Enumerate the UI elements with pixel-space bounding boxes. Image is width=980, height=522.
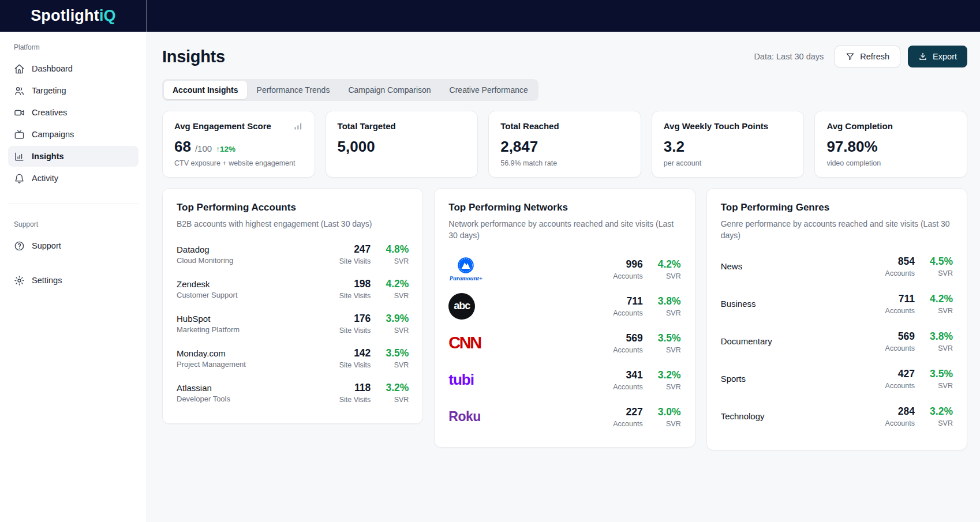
genre-row: News 854Accounts 4.5%SVR [721, 256, 953, 277]
account-name: Zendesk [177, 279, 238, 289]
site-visits-label: Site Visits [339, 361, 371, 369]
filter-funnel-icon [846, 52, 855, 61]
paramount-mountain-icon [457, 257, 474, 274]
account-row: HubSpotMarketing Platform 176Site Visits… [177, 313, 409, 335]
accounts-value: 569 [885, 331, 915, 343]
sidebar-item-label: Activity [32, 174, 58, 183]
genre-name: Technology [721, 411, 765, 421]
kpi-card-targeted: Total Targeted 5,000 [326, 111, 478, 178]
genre-row: Sports 427Accounts 3.5%SVR [721, 368, 953, 390]
accounts-value: 711 [885, 293, 915, 305]
kpi-subtitle: video completion [826, 159, 955, 167]
tab-performance-trends[interactable]: Performance Trends [248, 81, 339, 99]
svr-label: SVR [926, 269, 953, 277]
kpi-card-touchpoints: Avg Weekly Touch Points 3.2 per account [652, 111, 805, 178]
account-category: Project Management [177, 360, 246, 369]
account-name: Atlassian [177, 383, 230, 393]
main-content: Insights Data: Last 30 days Refresh Expo… [147, 32, 980, 522]
kpi-title: Avg Completion [826, 121, 892, 131]
svr-label: SVR [926, 382, 953, 390]
svr-label: SVR [654, 420, 681, 428]
sidebar-item-label: Support [32, 241, 61, 250]
svr-value: 3.2% [926, 405, 953, 418]
data-range-label: Data: Last 30 days [754, 52, 824, 61]
svr-value: 3.5% [382, 347, 409, 359]
site-visits-label: Site Visits [339, 326, 371, 335]
svr-value: 3.5% [654, 332, 681, 344]
kpi-subtitle: per account [664, 159, 792, 167]
sidebar-item-label: Settings [32, 276, 62, 285]
panel-title: Top Performing Genres [721, 202, 953, 213]
accounts-value: 427 [885, 368, 915, 380]
panel-subtitle: Genre performance by accounts reached an… [721, 218, 953, 242]
kpi-value: 68 [174, 139, 191, 154]
sidebar-section-platform: Platform [8, 43, 139, 51]
panel-title: Top Performing Accounts [177, 202, 409, 213]
account-category: Marketing Platform [177, 325, 240, 334]
sidebar-item-activity[interactable]: Activity [8, 168, 139, 189]
svr-label: SVR [654, 272, 681, 280]
sidebar-item-insights[interactable]: Insights [8, 146, 139, 167]
help-circle-icon [14, 241, 25, 251]
svr-value: 3.5% [926, 368, 953, 380]
sidebar-item-creatives[interactable]: Creatives [8, 102, 139, 123]
refresh-button[interactable]: Refresh [835, 46, 900, 67]
tab-campaign-comparison[interactable]: Campaign Comparison [339, 81, 439, 99]
accounts-value: 569 [613, 332, 642, 344]
page-title: Insights [162, 47, 225, 66]
svr-label: SVR [926, 307, 953, 315]
tab-account-insights[interactable]: Account Insights [164, 81, 247, 99]
kpi-delta: ↑12% [216, 145, 235, 153]
sidebar-item-targeting[interactable]: Targeting [8, 80, 139, 101]
svr-value: 4.2% [654, 258, 681, 271]
site-visits-label: Site Visits [339, 292, 371, 300]
panel-title: Top Performing Networks [448, 202, 680, 213]
genre-name: Business [721, 299, 756, 309]
site-visits-value: 176 [339, 313, 371, 325]
abc-logo: abc [448, 293, 475, 320]
cnn-logo: CNN [448, 333, 480, 352]
genre-name: News [721, 261, 743, 271]
kpi-value: 5,000 [338, 139, 375, 154]
kpi-denominator: /100 [195, 144, 212, 153]
tab-creative-performance[interactable]: Creative Performance [441, 81, 537, 99]
video-camera-icon [14, 107, 25, 118]
home-icon [14, 63, 25, 74]
kpi-title: Avg Weekly Touch Points [664, 121, 768, 131]
export-button[interactable]: Export [908, 46, 967, 67]
genre-row: Technology 284Accounts 3.2%SVR [721, 405, 953, 427]
genre-name: Documentary [721, 336, 772, 346]
svr-label: SVR [926, 344, 953, 352]
kpi-title: Avg Engagement Score [174, 121, 271, 131]
accounts-label: Accounts [885, 382, 915, 390]
kpi-subtitle: CTV exposure + website engagement [174, 159, 303, 167]
svr-label: SVR [382, 326, 409, 335]
sidebar-item-support[interactable]: Support [8, 235, 139, 256]
brand-wordmark: SpotlightiQ [31, 7, 116, 25]
svr-value: 4.2% [382, 278, 409, 290]
svr-label: SVR [382, 292, 409, 300]
brand-logo[interactable]: SpotlightiQ [0, 0, 147, 32]
sidebar-item-label: Insights [32, 152, 64, 161]
account-name: Monday.com [177, 348, 246, 358]
panel-top-accounts: Top Performing Accounts B2B accounts wit… [162, 188, 423, 424]
account-category: Developer Tools [177, 395, 230, 403]
brand-primary: Spotlight [31, 7, 99, 24]
kpi-value: 3.2 [664, 139, 684, 154]
account-row: AtlassianDeveloper Tools 118Site Visits … [177, 382, 409, 404]
sidebar-item-settings[interactable]: Settings [8, 270, 139, 291]
svr-label: SVR [382, 396, 409, 404]
network-row: Roku 227Accounts 3.0%SVR [448, 403, 680, 431]
sidebar-divider [8, 204, 139, 204]
kpi-value: 2,847 [500, 139, 538, 154]
sidebar-item-dashboard[interactable]: Dashboard [8, 58, 139, 79]
accounts-value: 711 [613, 295, 642, 307]
paramount-plus-logo: Paramount+ [448, 257, 483, 281]
svr-value: 4.5% [926, 256, 953, 268]
genre-row: Business 711Accounts 4.2%SVR [721, 293, 953, 315]
site-visits-label: Site Visits [339, 396, 371, 404]
account-row: DatadogCloud Monitoring 247Site Visits 4… [177, 243, 409, 265]
sidebar-item-campaigns[interactable]: Campaigns [8, 124, 139, 145]
account-category: Customer Support [177, 291, 238, 299]
bar-chart-icon [14, 151, 25, 162]
